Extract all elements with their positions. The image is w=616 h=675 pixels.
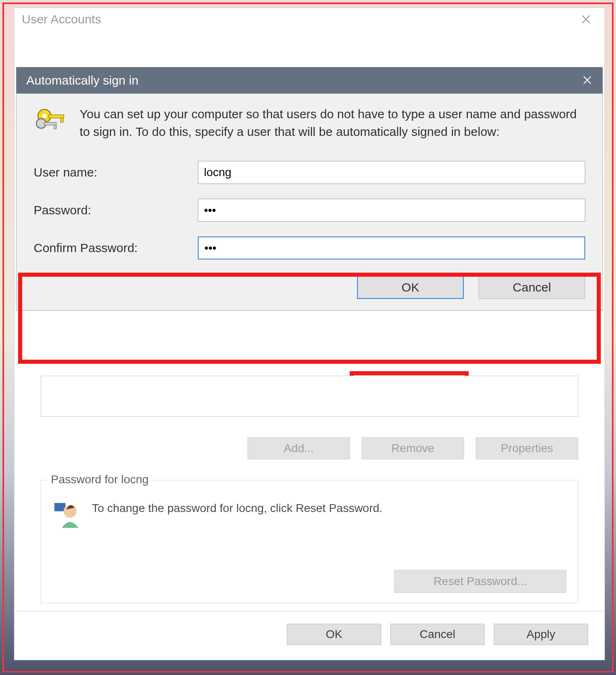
password-group-text: To change the password for locng, click … [92, 499, 382, 515]
auto-signin-dialog: Automatically sign in [16, 67, 603, 311]
svg-rect-5 [44, 122, 56, 125]
outer-close-icon[interactable] [575, 11, 597, 28]
outer-apply-button[interactable]: Apply [494, 624, 588, 645]
username-input[interactable] [198, 161, 585, 184]
inner-cancel-button[interactable]: Cancel [479, 276, 585, 299]
inner-titlebar[interactable]: Automatically sign in [16, 67, 602, 94]
outer-ok-button[interactable]: OK [287, 624, 381, 645]
users-listbox[interactable] [41, 376, 578, 417]
confirm-password-input[interactable] [198, 236, 585, 259]
username-label: User name: [34, 165, 198, 179]
keys-icon [34, 105, 68, 141]
outer-title: User Accounts [22, 12, 101, 26]
inner-title: Automatically sign in [26, 73, 138, 87]
password-group-legend: Password for locng [48, 473, 152, 486]
outer-titlebar[interactable]: User Accounts [14, 8, 605, 31]
password-label: Password: [34, 203, 198, 217]
user-avatar-icon [53, 499, 82, 530]
inner-close-icon[interactable] [582, 73, 593, 88]
confirm-password-label: Confirm Password: [34, 241, 198, 255]
add-user-button[interactable]: Add... [247, 437, 350, 459]
svg-point-1 [42, 114, 47, 118]
password-input[interactable] [198, 199, 585, 222]
intro-text: You can set up your computer so that use… [80, 105, 585, 140]
reset-password-button[interactable]: Reset Password... [394, 570, 566, 593]
user-properties-button[interactable]: Properties [476, 437, 578, 459]
user-accounts-window: User Accounts Automatically sign in [14, 7, 605, 660]
remove-user-button[interactable]: Remove [362, 437, 464, 459]
divider [14, 611, 605, 611]
password-groupbox: Password for locng To change the passwor… [41, 480, 578, 603]
svg-rect-3 [61, 118, 64, 123]
svg-rect-2 [49, 115, 64, 118]
outer-cancel-button[interactable]: Cancel [390, 624, 485, 645]
inner-ok-button[interactable]: OK [357, 276, 464, 299]
svg-rect-6 [54, 125, 56, 129]
